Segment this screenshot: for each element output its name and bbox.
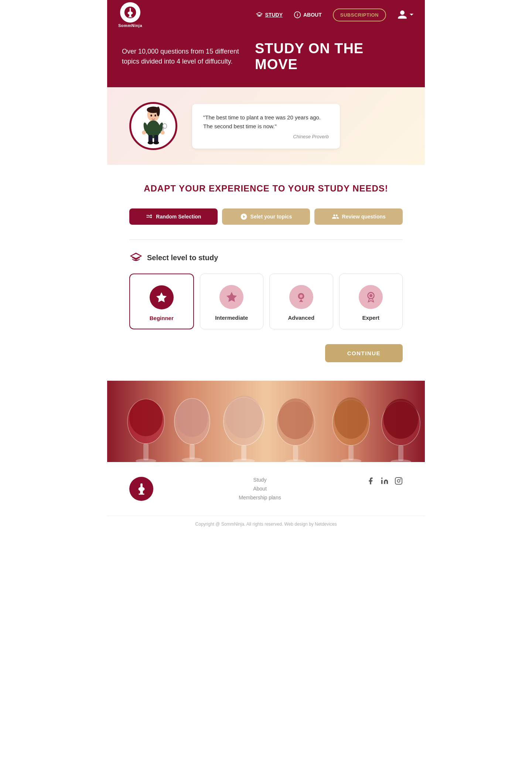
nav-about-label: ABOUT [303,12,322,18]
tab-review-label: Review questions [342,214,386,220]
svg-point-26 [369,294,373,297]
svg-point-59 [397,479,400,482]
nav-about[interactable]: i ABOUT [294,11,322,18]
footer-logo-icon [134,482,149,496]
svg-point-10 [146,121,160,138]
hero-description: Over 10,000 questions from 15 different … [122,47,255,67]
continue-row: CONTINUE [129,344,403,362]
svg-rect-46 [348,445,354,460]
svg-rect-58 [395,478,402,484]
svg-point-35 [182,458,202,462]
svg-rect-34 [190,444,195,459]
hero-title: STUDY ON THE MOVE [255,41,410,72]
star-outline-icon [225,291,238,303]
tab-random-selection[interactable]: Random Selection [129,208,218,225]
level-header-text: Select level to study [147,254,218,262]
quote-section: "The best time to plant a tree was 20 ye… [107,87,425,165]
mascot-figure [137,106,170,146]
svg-point-9 [157,106,160,116]
shuffle-icon [146,213,153,220]
beginner-icon-bg [150,285,174,309]
main-content: ADAPT YOUR EXPERIENCE TO YOUR STUDY NEED… [107,165,425,381]
tab-select-topics[interactable]: Selet your topics [222,208,310,225]
svg-rect-3 [129,14,131,17]
divider [129,240,403,240]
review-icon [332,213,339,220]
advanced-label: Advanced [288,315,314,321]
svg-point-57 [381,478,383,479]
footer-links: Study About Membership plans [239,477,281,500]
level-card-intermediate[interactable]: Intermediate [200,274,264,329]
level-card-expert[interactable]: Expert [339,274,403,329]
logo-text: SommNinja [118,23,142,28]
svg-rect-30 [143,444,149,460]
svg-point-2 [128,11,133,14]
header: SommNinja STUDY i ABOUT SUBSCRIPTION [107,0,425,30]
instagram-icon[interactable] [395,477,403,485]
about-icon: i [294,11,301,18]
svg-point-60 [400,479,401,480]
beginner-label: Beginner [150,315,174,321]
mode-tabs: Random Selection Selet your topics Revie… [129,208,403,225]
copyright-text: Copyright @ SommNinja. All rights reserv… [195,522,337,527]
svg-text:i: i [297,12,298,17]
tab-random-label: Random Selection [156,214,201,220]
svg-point-17 [142,130,146,135]
svg-point-36 [176,398,208,437]
medal-icon [295,291,307,303]
nav-study[interactable]: STUDY [256,11,283,18]
svg-rect-50 [398,445,403,461]
footer-link-about[interactable]: About [253,486,267,492]
quote-source: Chinese Proverb [203,134,329,139]
hero-banner: Over 10,000 questions from 15 different … [107,30,425,87]
advanced-icon-bg [289,285,313,309]
logo[interactable]: SommNinja [118,2,142,28]
expert-icon-bg [359,285,383,309]
section-title: ADAPT YOUR EXPERIENCE TO YOUR STUDY NEED… [129,183,403,194]
svg-point-44 [278,398,313,439]
wine-glasses-section [107,381,425,462]
svg-point-20 [163,123,167,128]
expert-label: Expert [362,315,379,321]
user-menu[interactable] [397,10,414,20]
svg-point-14 [153,141,159,145]
level-study-icon [129,251,143,264]
svg-point-32 [129,399,163,436]
facebook-icon[interactable] [366,477,375,485]
main-nav: STUDY i ABOUT SUBSCRIPTION [256,9,414,21]
topics-icon [240,213,248,220]
svg-point-13 [148,141,153,145]
svg-point-21 [150,115,152,117]
footer-logo[interactable] [129,477,153,501]
study-icon [256,11,263,18]
svg-rect-56 [139,493,144,495]
footer-link-study[interactable]: Study [253,477,267,483]
svg-rect-55 [140,491,143,494]
level-cards: Beginner Intermediate Advanced Expert [129,274,403,329]
wine-glasses-illustration [107,381,425,462]
svg-point-40 [225,396,262,438]
user-icon [397,10,407,20]
expert-medal-icon [365,291,377,303]
footer-link-membership[interactable]: Membership plans [239,495,281,500]
footer: Study About Membership plans [107,462,425,516]
footer-social [366,477,403,485]
logo-icon [124,6,137,19]
quote-box: "The best time to plant a tree was 20 ye… [192,104,340,149]
svg-point-22 [154,115,156,117]
level-card-advanced[interactable]: Advanced [269,274,333,329]
subscription-button[interactable]: SUBSCRIPTION [333,9,386,21]
mascot [129,102,177,150]
tab-review-questions[interactable]: Review questions [314,208,403,225]
level-card-beginner[interactable]: Beginner [129,274,194,329]
svg-point-52 [383,399,418,439]
linkedin-icon[interactable] [381,477,389,485]
svg-point-48 [334,397,368,439]
svg-point-54 [138,487,144,491]
nav-study-label: STUDY [265,12,283,18]
svg-point-24 [300,294,303,298]
level-header: Select level to study [129,251,403,264]
star-icon [155,291,168,304]
continue-button[interactable]: CONTINUE [325,344,403,362]
chevron-down-icon [409,13,414,16]
